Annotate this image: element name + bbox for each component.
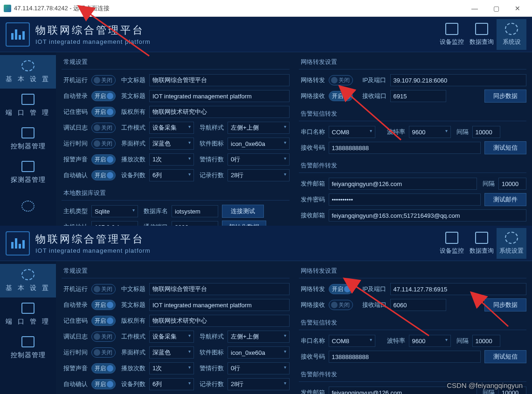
toggle-netrecv-top[interactable]: 开启	[329, 91, 353, 101]
sidebar: 基 本 设 置 端 口 管 理 控制器管理	[0, 261, 56, 394]
input-ipport-top[interactable]: 39.107.90.218:6060	[390, 74, 527, 86]
input-recvport-bot[interactable]: 6060	[390, 299, 446, 311]
select-hosttype[interactable]: Sqlite	[91, 205, 138, 217]
input-mail-interval[interactable]: 10000	[498, 178, 526, 190]
input-cn-title[interactable]: 物联网综合管理平台	[149, 283, 290, 295]
btn-conntest[interactable]: 连接测试	[222, 205, 264, 218]
toggle-autologin[interactable]: 开启	[91, 300, 116, 310]
btn-testsms[interactable]: 测试短信	[484, 350, 526, 363]
select-serialname[interactable]: COM8	[329, 335, 375, 347]
sidebar-item-basic[interactable]: 基 本 设 置	[0, 55, 56, 89]
sidebar-item-port[interactable]: 端 口 管 理	[0, 89, 56, 122]
select-baudrate[interactable]: 9600	[409, 335, 451, 347]
tab-system-settings[interactable]: 系统设	[497, 19, 526, 50]
app-header-bottom: 物联网综合管理平台 IOT integrated management plat…	[0, 226, 532, 261]
select-uistyle[interactable]: 深蓝色	[149, 138, 194, 150]
select-workmode[interactable]: 设备采集	[149, 331, 194, 343]
input-en-title[interactable]: IOT integrated management platform	[149, 299, 290, 311]
minimize-button[interactable]: —	[464, 1, 485, 15]
toggle-autologin[interactable]: 开启	[91, 91, 116, 101]
sidebar-item-controller[interactable]: 控制器管理	[0, 122, 56, 156]
select-playtimes[interactable]: 1次	[149, 153, 194, 166]
toggle-rememberpwd[interactable]: 开启	[91, 107, 116, 117]
close-button[interactable]: ✕	[507, 1, 528, 15]
toggle-netfwd-bot[interactable]: 开启	[329, 284, 353, 294]
input-recvport-top[interactable]: 6915	[390, 90, 446, 102]
input-dbname[interactable]: iotsystem	[172, 205, 218, 217]
toggle-autoconfirm[interactable]: 开启	[91, 379, 116, 389]
select-alarmlines[interactable]: 0行	[228, 362, 290, 374]
input-sendmail[interactable]: feiyangqingyun@126.com	[329, 178, 477, 190]
toggle-rememberpwd[interactable]: 开启	[91, 316, 116, 326]
toggle-debuglog[interactable]: 关闭	[91, 123, 116, 133]
app-header: 物联网综合管理平台 IOT integrated management plat…	[0, 17, 532, 52]
input-cn-title[interactable]: 物联网综合管理平台	[149, 74, 290, 86]
tab-device-monitor[interactable]: 设备监控	[437, 19, 467, 50]
window-titlebar: 47.114.127.78:4242 - 远程桌面连接 — ▢ ✕	[0, 0, 532, 17]
tab-system-settings[interactable]: 系统设置	[497, 228, 526, 259]
select-serialname[interactable]: COM8	[329, 126, 375, 138]
select-devcols[interactable]: 6列	[149, 169, 194, 181]
select-alarmlines[interactable]: 0行	[228, 153, 290, 166]
toggle-bootrun[interactable]: 关闭	[91, 284, 116, 294]
btn-testsms[interactable]: 测试短信	[484, 141, 526, 154]
section-mailforward: 告警邮件转发	[299, 368, 527, 382]
select-devcols[interactable]: 6列	[149, 378, 194, 390]
section-smsforward: 告警短信转发	[299, 108, 527, 121]
sidebar-item-basic[interactable]: 基 本 设 置	[0, 264, 56, 297]
input-copyright[interactable]: 物联网技术研究中心	[149, 106, 290, 118]
section-general: 常规设置	[62, 265, 290, 278]
toggle-runtime[interactable]: 关闭	[91, 138, 116, 149]
select-recordlines[interactable]: 28行	[228, 378, 290, 390]
window-title: 47.114.127.78:4242 - 远程桌面连接	[14, 4, 110, 13]
select-uistyle[interactable]: 深蓝色	[149, 346, 194, 359]
toggle-bootrun[interactable]: 关闭	[91, 75, 116, 85]
section-netforward: 网络转发设置	[299, 265, 527, 278]
app-title-cn: 物联网综合管理平台	[35, 232, 151, 246]
sidebar-item-detector[interactable]: 探测器管理	[0, 156, 56, 189]
tab-device-monitor[interactable]: 设备监控	[437, 228, 467, 259]
toggle-netrecv-bot[interactable]: 关闭	[329, 300, 353, 310]
btn-testmail[interactable]: 测试邮件	[484, 193, 526, 206]
sidebar-item-controller[interactable]: 控制器管理	[0, 331, 56, 365]
logo-icon	[6, 22, 30, 47]
select-playtimes[interactable]: 1次	[149, 362, 194, 374]
app-instance-bottom: 物联网综合管理平台 IOT integrated management plat…	[0, 226, 532, 394]
sidebar-item-port[interactable]: 端 口 管 理	[0, 297, 56, 331]
app-title-cn: 物联网综合管理平台	[35, 23, 151, 37]
input-sms-interval[interactable]: 10000	[472, 335, 500, 347]
sidebar-item-more[interactable]	[0, 189, 56, 223]
app-title-en: IOT integrated management platform	[35, 247, 151, 254]
toggle-runtime[interactable]: 关闭	[91, 347, 116, 358]
input-recvnum[interactable]: 13888888888	[329, 351, 481, 363]
select-navstyle[interactable]: 左侧+上侧	[228, 331, 290, 343]
rdp-icon	[4, 5, 11, 12]
toggle-netfwd-top[interactable]: 关闭	[329, 75, 353, 85]
btn-syncdata-top[interactable]: 同步数据	[484, 90, 526, 103]
select-navstyle[interactable]: 左侧+上侧	[228, 122, 290, 134]
section-mailforward: 告警邮件转发	[299, 159, 527, 173]
input-en-title[interactable]: IOT integrated management platform	[149, 90, 290, 102]
tab-data-query[interactable]: 数据查询	[467, 228, 497, 259]
maximize-button[interactable]: ▢	[485, 1, 507, 15]
input-ipport-bot[interactable]: 47.114.127.78:6915	[390, 283, 527, 295]
toggle-autoconfirm[interactable]: 开启	[91, 170, 116, 180]
btn-syncdata-bot[interactable]: 同步数据	[484, 298, 526, 311]
input-recvmail[interactable]: feiyangqingyun@163.com;517216493@qq.com	[329, 209, 527, 221]
select-softicon[interactable]: icon_0xe60a	[228, 346, 290, 359]
select-recordlines[interactable]: 28行	[228, 169, 290, 181]
select-softicon[interactable]: icon_0xe60a	[228, 138, 290, 150]
input-sms-interval[interactable]: 10000	[472, 126, 500, 138]
input-sendpwd[interactable]: ••••••••••	[329, 194, 481, 206]
app-instance-top: 物联网综合管理平台 IOT integrated management plat…	[0, 17, 532, 226]
toggle-debuglog[interactable]: 关闭	[91, 332, 116, 342]
tab-data-query[interactable]: 数据查询	[467, 19, 497, 50]
toggle-alarmsound[interactable]: 开启	[91, 154, 116, 165]
section-smsforward: 告警短信转发	[299, 317, 527, 330]
logo-icon	[6, 231, 30, 256]
input-copyright[interactable]: 物联网技术研究中心	[149, 315, 290, 327]
toggle-alarmsound[interactable]: 开启	[91, 363, 116, 373]
select-workmode[interactable]: 设备采集	[149, 122, 194, 134]
select-baudrate[interactable]: 9600	[409, 126, 451, 138]
input-recvnum[interactable]: 13888888888	[329, 142, 481, 154]
